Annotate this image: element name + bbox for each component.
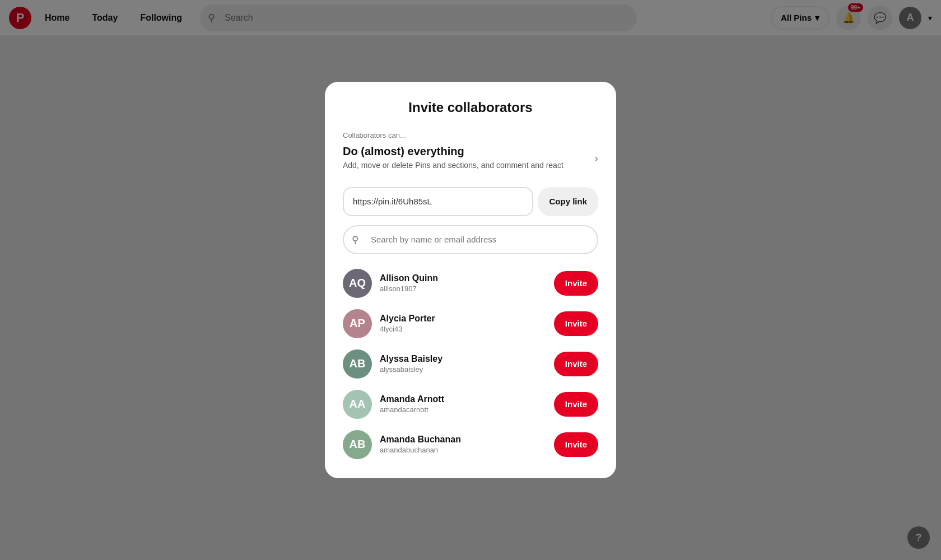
user-handle: amandabuchanan [380,446,546,454]
avatar: AP [343,309,372,338]
invite-button[interactable]: Invite [554,271,598,296]
avatar: AA [343,390,372,419]
collab-can-label: Collaborators can... [343,131,598,139]
permission-selector[interactable]: Do (almost) everything Add, move or dele… [343,143,598,174]
avatar: AB [343,349,372,379]
avatar: AB [343,430,372,459]
avatar-initials: AA [343,390,372,419]
avatar-initials: AB [343,349,372,379]
invite-button[interactable]: Invite [554,352,598,376]
user-name: Alyssa Baisley [380,354,546,364]
invite-button[interactable]: Invite [554,311,598,336]
user-handle: allison1907 [380,284,546,293]
user-info: Amanda Buchanan amandabuchanan [380,435,546,454]
invite-link-row: Copy link [343,187,598,216]
invite-button[interactable]: Invite [554,432,598,457]
invite-collaborators-modal: Invite collaborators Collaborators can..… [325,82,616,478]
permission-title: Do (almost) everything [343,145,563,158]
avatar-initials: AQ [343,269,372,298]
user-info: Alyssa Baisley alyssabaisley [380,354,546,374]
search-icon: ⚲ [352,234,358,245]
invite-link-input[interactable] [343,187,533,216]
list-item: AB Amanda Buchanan amandabuchanan Invite [343,424,598,465]
avatar-initials: AB [343,430,372,459]
user-name: Amanda Arnott [380,394,546,404]
chevron-right-icon: › [594,152,598,165]
user-handle: amandacarnott [380,405,546,414]
modal-overlay[interactable]: Invite collaborators Collaborators can..… [0,0,941,560]
avatar-initials: AP [343,309,372,338]
permission-desc: Add, move or delete Pins and sections, a… [343,160,563,171]
avatar: AQ [343,269,372,298]
user-name: Alycia Porter [380,314,546,324]
invite-button[interactable]: Invite [554,392,598,417]
user-search-row: ⚲ [343,225,598,254]
modal-title: Invite collaborators [343,100,598,115]
copy-link-button[interactable]: Copy link [538,187,598,216]
user-info: Alycia Porter 4lyci43 [380,314,546,333]
user-handle: alyssabaisley [380,365,546,374]
user-info: Allison Quinn allison1907 [380,273,546,293]
user-search-input[interactable] [343,225,598,254]
list-item: AQ Allison Quinn allison1907 Invite [343,263,598,304]
list-item: AP Alycia Porter 4lyci43 Invite [343,304,598,344]
list-item: AA Amanda Arnott amandacarnott Invite [343,384,598,424]
user-info: Amanda Arnott amandacarnott [380,394,546,414]
user-handle: 4lyci43 [380,325,546,333]
user-name: Amanda Buchanan [380,435,546,445]
list-item: AB Alyssa Baisley alyssabaisley Invite [343,344,598,384]
user-list: AQ Allison Quinn allison1907 Invite AP A… [343,263,598,465]
permission-text: Do (almost) everything Add, move or dele… [343,145,563,171]
user-name: Allison Quinn [380,273,546,283]
